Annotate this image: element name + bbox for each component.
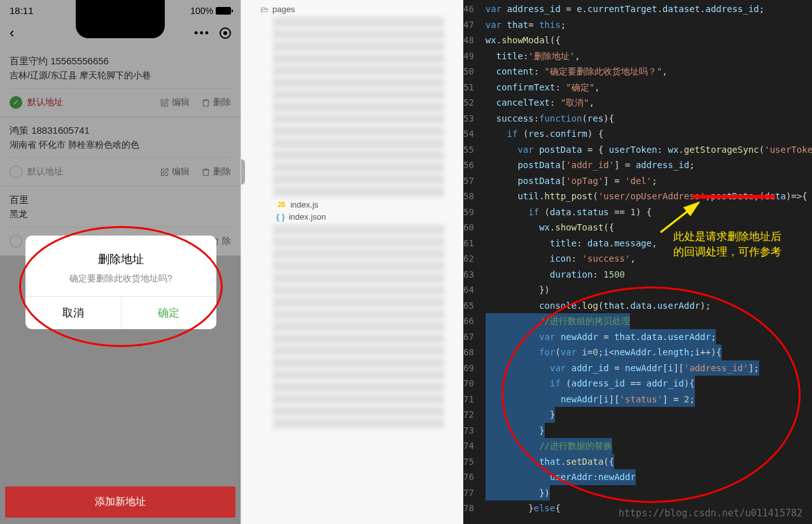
- blurred-item: [273, 370, 444, 380]
- code-line[interactable]: }): [483, 485, 812, 501]
- code-line[interactable]: var addr_id = newAddr[i]['address_id'];: [483, 360, 812, 376]
- blurred-item: [273, 187, 444, 197]
- blurred-item: [273, 346, 444, 356]
- file-index-json[interactable]: { } index.json: [241, 211, 463, 223]
- blurred-item: [273, 78, 444, 88]
- blurred-item: [273, 114, 444, 124]
- code-line[interactable]: that.setData({: [483, 454, 812, 470]
- blurred-item: [273, 261, 444, 271]
- modal-cancel-button[interactable]: 取消: [25, 297, 122, 329]
- code-line[interactable]: wx.showModal({: [483, 32, 812, 48]
- blurred-item: [273, 309, 444, 320]
- blurred-item: [273, 66, 444, 76]
- blurred-item: [273, 126, 444, 136]
- folder-pages[interactable]: 🗁 pages: [241, 3, 463, 15]
- code-line[interactable]: util.http_post('user/opUserAddress',post…: [483, 188, 812, 204]
- file-tree-panel: 🗁 pages JS index.js { } index.json: [241, 0, 463, 524]
- code-line[interactable]: confirmText: "确定",: [483, 80, 812, 96]
- scroll-handle[interactable]: [241, 159, 245, 185]
- blurred-item: [273, 334, 444, 344]
- blurred-item: [273, 285, 444, 295]
- blurred-item: [273, 394, 444, 404]
- code-line[interactable]: postData['opTag'] = 'del';: [483, 173, 812, 189]
- code-line[interactable]: }: [483, 407, 812, 423]
- code-editor-panel[interactable]: 4647484950515253545556575859606162636465…: [463, 0, 812, 524]
- blurred-item: [273, 29, 444, 39]
- add-address-button[interactable]: 添加新地址: [5, 486, 235, 518]
- blurred-item: [273, 90, 444, 100]
- blurred-item: [273, 138, 444, 148]
- file-index-js[interactable]: JS index.js: [241, 199, 463, 211]
- code-line[interactable]: userAddr:newAddr: [483, 469, 812, 485]
- blurred-item: [273, 418, 444, 428]
- blurred-item: [273, 17, 444, 27]
- blurred-item: [273, 273, 444, 283]
- modal-content: 确定要删除此收货地址吗?: [38, 273, 204, 285]
- modal-title: 删除地址: [38, 251, 204, 267]
- code-line[interactable]: if (res.confirm) {: [483, 126, 812, 142]
- delete-modal: 删除地址 确定要删除此收货地址吗? 取消 确定: [25, 236, 216, 329]
- code-line[interactable]: icon: 'success',: [483, 251, 812, 267]
- blurred-item: [273, 382, 444, 392]
- file-label: index.js: [290, 200, 318, 209]
- file-label: index.json: [289, 212, 326, 222]
- code-body[interactable]: var address_id = e.currentTarget.dataset…: [483, 0, 812, 524]
- blurred-item: [273, 225, 444, 235]
- blurred-item: [273, 297, 444, 308]
- code-line[interactable]: }: [483, 423, 812, 439]
- code-line[interactable]: duration: 1500: [483, 267, 812, 283]
- code-line[interactable]: //进行数据的替换: [483, 438, 812, 454]
- blurred-item: [273, 150, 444, 160]
- blurred-item: [273, 162, 444, 173]
- code-line[interactable]: title:'删除地址',: [483, 48, 812, 64]
- blurred-item: [273, 406, 444, 416]
- folder-label: pages: [272, 4, 295, 14]
- modal-confirm-button[interactable]: 确定: [122, 297, 217, 329]
- code-line[interactable]: var postData = { userToken: wx.getStorag…: [483, 142, 812, 158]
- code-line[interactable]: title: data.message,: [483, 236, 812, 251]
- code-line[interactable]: var newAddr = that.data.userAddr;: [483, 329, 812, 345]
- code-line[interactable]: console.log(that.data.userAddr);: [483, 298, 812, 314]
- blurred-item: [273, 53, 444, 64]
- code-line[interactable]: postData['addr_id'] = address_id;: [483, 157, 812, 173]
- code-line[interactable]: //进行数组的拷贝处理: [483, 313, 812, 329]
- blurred-item: [273, 174, 444, 185]
- code-line[interactable]: newAddr[i]['status'] = 2;: [483, 392, 812, 407]
- blurred-item: [273, 102, 444, 112]
- code-line[interactable]: content: "确定要删除此收货地址吗？",: [483, 64, 812, 80]
- code-line[interactable]: if (address_id == addr_id){: [483, 376, 812, 392]
- code-line[interactable]: cancelText: "取消",: [483, 95, 812, 111]
- phone-notch: [76, 0, 165, 38]
- blurred-item: [273, 41, 444, 52]
- blurred-item: [273, 237, 444, 247]
- folder-icon: 🗁: [260, 4, 269, 14]
- code-line[interactable]: if (data.status == 1) {: [483, 204, 812, 220]
- blurred-item: [273, 358, 444, 368]
- blurred-item: [273, 322, 444, 332]
- code-line[interactable]: }): [483, 282, 812, 298]
- watermark: https://blog.csdn.net/u011415782: [619, 507, 802, 519]
- code-line[interactable]: var that= this;: [483, 17, 812, 33]
- json-icon: { }: [276, 212, 285, 222]
- js-icon: JS: [276, 201, 286, 208]
- blurred-item: [273, 249, 444, 259]
- code-line[interactable]: var address_id = e.currentTarget.dataset…: [483, 1, 812, 17]
- code-line[interactable]: success:function(res){: [483, 111, 812, 127]
- code-line[interactable]: wx.showToast({: [483, 220, 812, 236]
- code-line[interactable]: for(var i=0;i<newAddr.length;i++){: [483, 344, 812, 360]
- line-gutter: 4647484950515253545556575859606162636465…: [463, 0, 483, 524]
- mobile-preview-panel: 18:11 100% ‹ 收货地址 ••• 百里守约 15565556656吉林…: [0, 0, 241, 524]
